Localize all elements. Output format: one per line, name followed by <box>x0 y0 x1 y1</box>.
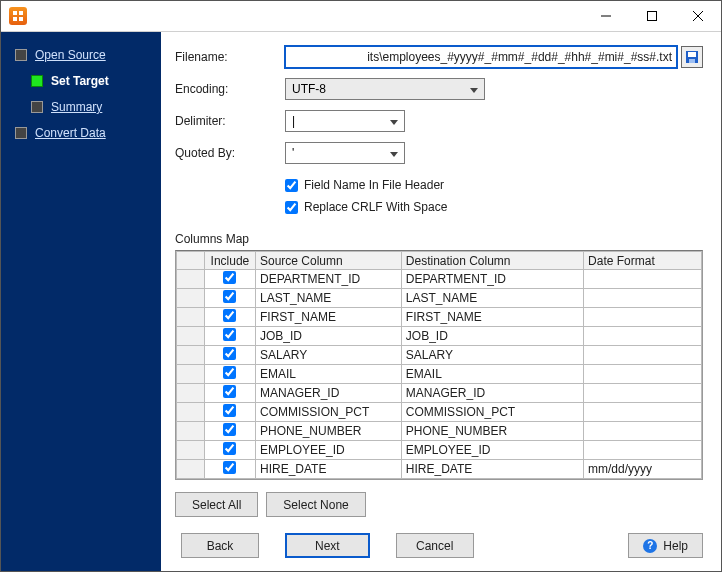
app-icon <box>9 7 27 25</box>
include-checkbox[interactable] <box>223 404 236 417</box>
table-row[interactable]: PHONE_NUMBERPHONE_NUMBER <box>177 422 702 441</box>
destination-cell[interactable]: DEPARTMENT_ID <box>401 270 583 289</box>
table-row[interactable]: EMPLOYEE_IDEMPLOYEE_ID <box>177 441 702 460</box>
select-none-button[interactable]: Select None <box>266 492 365 517</box>
table-row[interactable]: DEPARTMENT_IDDEPARTMENT_ID <box>177 270 702 289</box>
delimiter-label: Delimiter: <box>175 114 285 128</box>
dateformat-cell[interactable] <box>584 422 702 441</box>
nav-convert-data[interactable]: Convert Data <box>1 120 161 146</box>
include-checkbox[interactable] <box>223 366 236 379</box>
cancel-button[interactable]: Cancel <box>396 533 474 558</box>
destination-cell[interactable]: EMAIL <box>401 365 583 384</box>
dateformat-cell[interactable] <box>584 270 702 289</box>
table-row[interactable]: COMMISSION_PCTCOMMISSION_PCT <box>177 403 702 422</box>
include-checkbox[interactable] <box>223 442 236 455</box>
nav-label: Set Target <box>51 74 109 88</box>
help-label: Help <box>663 539 688 553</box>
browse-button[interactable] <box>681 46 703 68</box>
source-cell[interactable]: PHONE_NUMBER <box>256 422 402 441</box>
back-button[interactable]: Back <box>181 533 259 558</box>
source-cell[interactable]: LAST_NAME <box>256 289 402 308</box>
include-cell[interactable] <box>204 346 255 365</box>
destination-cell[interactable]: EMPLOYEE_ID <box>401 441 583 460</box>
nav-summary[interactable]: Summary <box>1 94 161 120</box>
source-cell[interactable]: HIRE_DATE <box>256 460 402 479</box>
replace-crlf-checkbox[interactable] <box>285 201 298 214</box>
source-cell[interactable]: EMPLOYEE_ID <box>256 441 402 460</box>
row-handle <box>177 460 205 479</box>
destination-cell[interactable]: COMMISSION_PCT <box>401 403 583 422</box>
fieldname-header-label: Field Name In File Header <box>304 178 444 192</box>
dateformat-cell[interactable] <box>584 384 702 403</box>
destination-cell[interactable]: FIRST_NAME <box>401 308 583 327</box>
include-cell[interactable] <box>204 403 255 422</box>
quotedby-select[interactable]: ' <box>285 142 405 164</box>
destination-cell[interactable]: JOB_ID <box>401 327 583 346</box>
row-handle <box>177 365 205 384</box>
include-checkbox[interactable] <box>223 423 236 436</box>
table-row[interactable]: FIRST_NAMEFIRST_NAME <box>177 308 702 327</box>
source-cell[interactable]: EMAIL <box>256 365 402 384</box>
dateformat-cell[interactable] <box>584 441 702 460</box>
destination-cell[interactable]: LAST_NAME <box>401 289 583 308</box>
include-cell[interactable] <box>204 327 255 346</box>
maximize-button[interactable] <box>629 1 675 31</box>
dateformat-cell[interactable] <box>584 365 702 384</box>
source-cell[interactable]: MANAGER_ID <box>256 384 402 403</box>
include-checkbox[interactable] <box>223 461 236 474</box>
svg-rect-5 <box>648 12 657 21</box>
row-handle <box>177 346 205 365</box>
source-cell[interactable]: COMMISSION_PCT <box>256 403 402 422</box>
minimize-button[interactable] <box>583 1 629 31</box>
table-row[interactable]: HIRE_DATEHIRE_DATEmm/dd/yyyy <box>177 460 702 479</box>
source-cell[interactable]: DEPARTMENT_ID <box>256 270 402 289</box>
include-checkbox[interactable] <box>223 385 236 398</box>
include-checkbox[interactable] <box>223 290 236 303</box>
source-cell[interactable]: JOB_ID <box>256 327 402 346</box>
fieldname-header-checkbox[interactable] <box>285 179 298 192</box>
table-row[interactable]: JOB_IDJOB_ID <box>177 327 702 346</box>
source-cell[interactable]: SALARY <box>256 346 402 365</box>
table-row[interactable]: SALARYSALARY <box>177 346 702 365</box>
dateformat-cell[interactable] <box>584 403 702 422</box>
include-cell[interactable] <box>204 460 255 479</box>
table-row[interactable]: EMAILEMAIL <box>177 365 702 384</box>
table-row[interactable]: LAST_NAMELAST_NAME <box>177 289 702 308</box>
delimiter-select[interactable]: | <box>285 110 405 132</box>
select-all-button[interactable]: Select All <box>175 492 258 517</box>
step-icon <box>31 75 43 87</box>
include-checkbox[interactable] <box>223 271 236 284</box>
dateformat-cell[interactable] <box>584 346 702 365</box>
help-button[interactable]: ? Help <box>628 533 703 558</box>
include-cell[interactable] <box>204 365 255 384</box>
filename-input[interactable] <box>285 46 677 68</box>
nav-open-source[interactable]: Open Source <box>1 42 161 68</box>
dateformat-cell[interactable] <box>584 327 702 346</box>
chevron-down-icon <box>390 114 398 128</box>
row-handle <box>177 308 205 327</box>
grid-icon <box>12 10 24 22</box>
destination-cell[interactable]: MANAGER_ID <box>401 384 583 403</box>
nav-set-target[interactable]: Set Target <box>1 68 161 94</box>
dateformat-cell[interactable] <box>584 289 702 308</box>
destination-cell[interactable]: SALARY <box>401 346 583 365</box>
include-cell[interactable] <box>204 441 255 460</box>
table-row[interactable]: MANAGER_IDMANAGER_ID <box>177 384 702 403</box>
close-button[interactable] <box>675 1 721 31</box>
next-button[interactable]: Next <box>285 533 370 558</box>
include-checkbox[interactable] <box>223 309 236 322</box>
destination-cell[interactable]: PHONE_NUMBER <box>401 422 583 441</box>
encoding-select[interactable]: UTF-8 <box>285 78 485 100</box>
include-checkbox[interactable] <box>223 328 236 341</box>
dateformat-cell[interactable] <box>584 308 702 327</box>
destination-cell[interactable]: HIRE_DATE <box>401 460 583 479</box>
source-cell[interactable]: FIRST_NAME <box>256 308 402 327</box>
dateformat-cell[interactable]: mm/dd/yyyy <box>584 460 702 479</box>
include-checkbox[interactable] <box>223 347 236 360</box>
include-cell[interactable] <box>204 384 255 403</box>
include-cell[interactable] <box>204 422 255 441</box>
row-handle <box>177 422 205 441</box>
include-cell[interactable] <box>204 289 255 308</box>
include-cell[interactable] <box>204 308 255 327</box>
include-cell[interactable] <box>204 270 255 289</box>
